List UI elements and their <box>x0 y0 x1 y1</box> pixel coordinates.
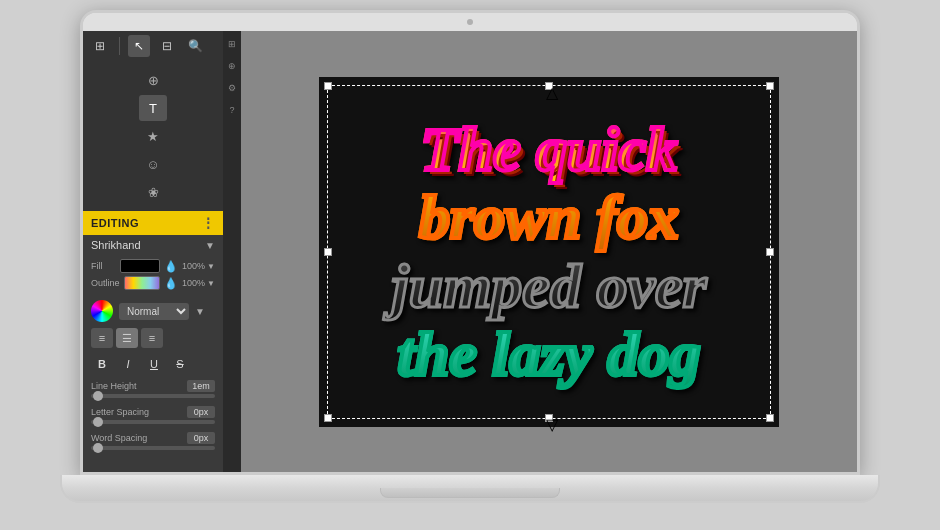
italic-button[interactable]: I <box>117 354 139 374</box>
handle-mid-left[interactable] <box>324 248 332 256</box>
slider-section: Line Height 1em Letter Spacing 0px <box>83 377 223 461</box>
toolbar-separator <box>119 37 120 55</box>
cursor-icon[interactable]: ↖ <box>128 35 150 57</box>
outline-opacity-icon: 💧 <box>164 276 178 290</box>
fill-opacity-value: 100% <box>182 261 205 271</box>
font-dropdown-arrow[interactable]: ▼ <box>205 240 215 251</box>
crop-icon[interactable]: ⊟ <box>156 35 178 57</box>
laptop-notch <box>380 488 560 498</box>
handle-top-right[interactable] <box>766 82 774 90</box>
tool-icon-rail: ⊕ T ★ ☺ ❀ <box>83 61 223 211</box>
emoji-icon[interactable]: ☺ <box>139 151 167 177</box>
word-spacing-track[interactable] <box>91 446 215 450</box>
handle-top-center[interactable]: △ <box>545 82 553 90</box>
outline-label: Outline <box>91 278 120 288</box>
canvas-bg: △ ▽ The quick brown fox jumped over the … <box>319 77 779 427</box>
word-spacing-label: Word Spacing <box>91 433 147 443</box>
bold-button[interactable]: B <box>91 354 113 374</box>
text-align-row: ≡ ☰ ≡ <box>83 325 223 351</box>
fill-opacity-icon: 💧 <box>164 259 178 273</box>
line-height-label: Line Height <box>91 381 137 391</box>
editing-header: EDITING ⋮ <box>83 211 223 235</box>
add-rail-icon[interactable]: ⊕ <box>225 59 239 73</box>
editing-label: EDITING <box>91 217 139 229</box>
handle-mid-right[interactable] <box>766 248 774 256</box>
toolbar-top: ⊞ ↖ ⊟ 🔍 <box>83 31 223 61</box>
underline-button[interactable]: U <box>143 354 165 374</box>
text-line4: the lazy dog <box>391 320 706 388</box>
line-height-thumb[interactable] <box>93 391 103 401</box>
align-center-button[interactable]: ☰ <box>116 328 138 348</box>
handle-bottom-left[interactable] <box>324 414 332 422</box>
screen-content: ⊞ ↖ ⊟ 🔍 ⊕ T ★ ☺ ❀ EDITING ⋮ <box>83 31 857 472</box>
letter-spacing-track[interactable] <box>91 420 215 424</box>
align-right-button[interactable]: ≡ <box>141 328 163 348</box>
blend-mode-select[interactable]: Normal <box>119 303 189 320</box>
strikethrough-button[interactable]: S <box>169 354 191 374</box>
search-icon[interactable]: 🔍 <box>184 35 206 57</box>
canvas-text[interactable]: The quick brown fox jumped over the lazy… <box>381 105 716 398</box>
fill-opacity: 100% ▼ <box>182 261 215 271</box>
line-height-row: Line Height 1em <box>91 380 215 398</box>
font-name-row[interactable]: Shrikhand ▼ <box>83 235 223 255</box>
word-spacing-thumb[interactable] <box>93 443 103 453</box>
fill-opacity-arrow[interactable]: ▼ <box>207 262 215 271</box>
camera-notch <box>83 13 857 31</box>
outline-row: Outline 💧 100% ▼ <box>91 276 215 290</box>
text-line2: brown fox <box>391 183 706 251</box>
layers-icon[interactable]: ⊞ <box>89 35 111 57</box>
right-rail: ⊞ ⊕ ⚙ ? <box>223 31 241 472</box>
color-section: Fill 💧 100% ▼ Outline 💧 <box>83 255 223 297</box>
help-rail-icon[interactable]: ? <box>225 103 239 117</box>
color-wheel-row: Normal ▼ <box>83 297 223 325</box>
font-name: Shrikhand <box>91 239 141 251</box>
outline-opacity-arrow[interactable]: ▼ <box>207 279 215 288</box>
handle-bottom-center[interactable]: ▽ <box>545 414 553 422</box>
effect-icon[interactable]: ❀ <box>139 179 167 205</box>
fill-label: Fill <box>91 261 116 271</box>
word-spacing-row: Word Spacing 0px <box>91 432 215 450</box>
blend-arrow[interactable]: ▼ <box>195 306 205 317</box>
align-left-button[interactable]: ≡ <box>91 328 113 348</box>
letter-spacing-value[interactable]: 0px <box>187 406 215 418</box>
line-height-value[interactable]: 1em <box>187 380 215 392</box>
outline-color-swatch[interactable] <box>124 276 161 290</box>
outline-opacity-value: 100% <box>182 278 205 288</box>
fill-row: Fill 💧 100% ▼ <box>91 259 215 273</box>
color-wheel[interactable] <box>91 300 113 322</box>
line-height-track[interactable] <box>91 394 215 398</box>
handle-bottom-right[interactable] <box>766 414 774 422</box>
text-icon[interactable]: T <box>139 95 167 121</box>
settings-rail-icon[interactable]: ⚙ <box>225 81 239 95</box>
star-icon[interactable]: ★ <box>139 123 167 149</box>
letter-spacing-thumb[interactable] <box>93 417 103 427</box>
word-spacing-value[interactable]: 0px <box>187 432 215 444</box>
left-panel: ⊞ ↖ ⊟ 🔍 ⊕ T ★ ☺ ❀ EDITING ⋮ <box>83 31 223 472</box>
outline-opacity: 100% ▼ <box>182 278 215 288</box>
add-layer-icon[interactable]: ⊕ <box>139 67 167 93</box>
more-menu-button[interactable]: ⋮ <box>201 215 216 231</box>
layers-rail-icon[interactable]: ⊞ <box>225 37 239 51</box>
letter-spacing-row: Letter Spacing 0px <box>91 406 215 424</box>
text-line1: The quick <box>391 115 706 183</box>
handle-top-left[interactable] <box>324 82 332 90</box>
laptop-shell: ⊞ ↖ ⊟ 🔍 ⊕ T ★ ☺ ❀ EDITING ⋮ <box>40 10 900 520</box>
camera-dot <box>467 19 473 25</box>
letter-spacing-label: Letter Spacing <box>91 407 149 417</box>
text-style-row: B I U S <box>83 351 223 377</box>
canvas-area[interactable]: △ ▽ The quick brown fox jumped over the … <box>241 31 857 472</box>
fill-color-swatch[interactable] <box>120 259 160 273</box>
laptop-base <box>60 475 880 503</box>
screen-bezel: ⊞ ↖ ⊟ 🔍 ⊕ T ★ ☺ ❀ EDITING ⋮ <box>80 10 860 475</box>
text-line3: jumped over <box>391 252 706 320</box>
